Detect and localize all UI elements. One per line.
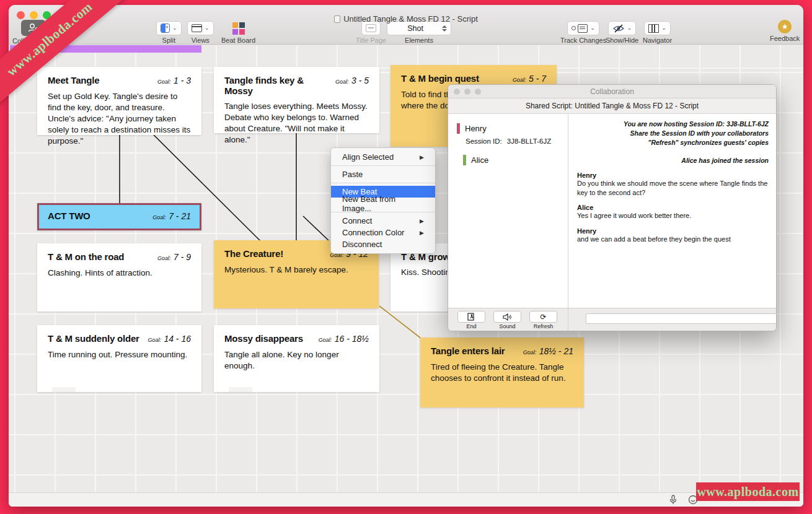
beat-board-label: Beat Board <box>221 37 255 44</box>
window-controls-inactive <box>454 89 481 95</box>
track-changes-label: Track Changes <box>560 37 606 44</box>
participant-henry: Henry <box>457 123 568 134</box>
beat-title: Tangle finds key & Mossy <box>224 75 330 96</box>
context-menu: Align Selected▶ Paste New Beat New Beat … <box>330 147 436 254</box>
submenu-arrow-icon: ▶ <box>420 154 424 160</box>
beat-title: T & M suddenly older <box>48 333 139 344</box>
beat-body: Set up Gold Key. Tangle's desire to find… <box>48 91 191 147</box>
app-window: Collab ⌄ Split ⌄ Views Beat Board Untitl… <box>9 5 803 507</box>
navigator-icon <box>648 24 659 33</box>
beat-body: Mysterious. T & M barely escape. <box>224 264 368 276</box>
menu-item-connect[interactable]: Connect▶ <box>331 215 435 227</box>
menu-item-align-selected[interactable]: Align Selected▶ <box>331 151 435 163</box>
participant-color-bar <box>463 155 466 165</box>
chat-message: Henry and we can add a beat before they … <box>577 227 769 244</box>
chevron-down-icon: ⌄ <box>627 25 632 31</box>
beat-card-suddenly-older[interactable]: T & M suddenly older Goal: 14 - 16 Time … <box>37 325 201 392</box>
track-changes-dot-icon <box>571 26 576 30</box>
menu-item-disconnect[interactable]: Disconnect <box>331 238 435 250</box>
menu-item-connection-color[interactable]: Connection Color▶ <box>331 227 435 238</box>
chat-log: Henry Do you think we should move the sc… <box>577 172 769 244</box>
session-id-value: 3J8-BLLT-6JZ <box>507 137 551 145</box>
chat-pane[interactable]: You are now hosting Session ID: 3J8-BLLT… <box>568 115 776 308</box>
beat-goal: Goal: 18½ - 21 <box>523 346 573 357</box>
title-page-label: Title Page <box>356 37 386 44</box>
beat-goal: Goal: 7 - 9 <box>157 251 191 263</box>
track-changes-icon <box>578 24 588 33</box>
beat-goal: Goal: 3 - 5 <box>335 75 369 86</box>
speaker-icon <box>503 313 512 321</box>
beat-body: Tangle all alone. Key no longer enough. <box>224 349 369 372</box>
elements-value: Shot <box>391 24 439 33</box>
feedback-label: Feedback <box>770 35 800 42</box>
beat-card-act-two[interactable]: ACT TWO Goal: 7 - 21 <box>37 203 201 230</box>
navigator-label: Navigator <box>643 37 672 44</box>
chat-input[interactable] <box>586 313 777 324</box>
menu-item-new-beat-from-image[interactable]: New Beat from Image... <box>331 198 435 209</box>
collaboration-footer: End Sound ⟳ Refresh <box>448 308 776 331</box>
beat-card-enters-lair[interactable]: Tangle enters lair Goal: 18½ - 21 Tired … <box>420 338 584 407</box>
updown-arrows-icon <box>442 25 447 32</box>
beat-goal: Goal: 5 - 7 <box>513 73 546 84</box>
beat-goal: Goal: 16 - 18½ <box>319 333 369 344</box>
show-hide-label: Show/Hide <box>606 37 638 44</box>
host-notice: You are now hosting Session ID: 3J8-BLLT… <box>577 120 769 148</box>
participant-alice: Alice <box>463 155 568 165</box>
chat-message: Henry Do you think we should move the sc… <box>577 172 769 198</box>
beat-card-on-the-road[interactable]: T & M on the road Goal: 7 - 9 Clashing. … <box>37 243 201 311</box>
beat-goal: Goal: 1 - 3 <box>157 75 191 86</box>
collaboration-titlebar[interactable]: Collaboration <box>448 85 776 98</box>
title-page-icon <box>366 24 376 32</box>
refresh-icon: ⟳ <box>529 311 557 323</box>
participants-pane: Henry Session ID:3J8-BLLT-6JZ Alice <box>448 115 568 308</box>
views-label: Views <box>192 37 210 44</box>
beat-card-mossy-disappears[interactable]: Mossy disappears Goal: 16 - 18½ Tangle a… <box>214 325 379 392</box>
shared-script-bar: Shared Script: Untitled Tangle & Moss FD… <box>448 98 776 114</box>
beat-card-meet-tangle[interactable]: Meet Tangle Goal: 1 - 3 Set up Gold Key.… <box>37 67 201 135</box>
menu-separator <box>331 165 435 166</box>
status-bar <box>9 492 803 507</box>
end-session-button[interactable]: End <box>457 311 485 331</box>
microphone-icon[interactable] <box>669 495 677 505</box>
submenu-arrow-icon: ▶ <box>420 230 424 236</box>
document-icon <box>334 15 340 23</box>
collaboration-title: Collaboration <box>590 87 634 96</box>
beat-body: Tangle loses everything. Meets Mossy. De… <box>224 101 369 146</box>
submenu-arrow-icon: ▶ <box>420 218 424 224</box>
beat-title: Mossy disappears <box>224 333 303 344</box>
beat-goal: Goal: 7 - 21 <box>152 211 191 222</box>
menu-item-paste[interactable]: Paste <box>331 168 435 180</box>
card-tab <box>52 387 76 392</box>
end-session-icon <box>467 313 475 321</box>
participant-color-bar <box>457 123 460 134</box>
joined-notice: Alice has joined the session <box>577 157 769 164</box>
refresh-button[interactable]: ⟳ Refresh <box>529 311 557 331</box>
elements-label: Elements <box>405 37 433 44</box>
collaboration-window: Collaboration Shared Script: Untitled Ta… <box>448 84 777 331</box>
beat-body: Clashing. Hints of attraction. <box>48 268 191 279</box>
chat-message: Alice Yes I agree it would work better t… <box>577 204 769 220</box>
beat-title: T & M begin quest <box>401 73 479 84</box>
beat-title: Meet Tangle <box>48 75 99 85</box>
beat-title: Tangle enters lair <box>431 346 505 356</box>
sound-button[interactable]: Sound <box>493 311 521 331</box>
window-title: Untitled Tangle & Moss FD 12 - Script <box>9 14 803 24</box>
beat-board-icon <box>232 22 245 35</box>
beat-goal: Goal: 14 - 16 <box>148 333 191 344</box>
chevron-down-icon: ⌄ <box>172 25 177 31</box>
beat-card-tangle-finds-key[interactable]: Tangle finds key & Mossy Goal: 3 - 5 Tan… <box>214 67 379 133</box>
split-label: Split <box>162 37 175 44</box>
beat-body: Time running out. Pressure mounting. <box>48 349 191 360</box>
chevron-down-icon: ⌄ <box>661 25 666 31</box>
beat-title: ACT TWO <box>48 211 90 221</box>
toolbar: Collab ⌄ Split ⌄ Views Beat Board Untitl… <box>9 5 803 45</box>
session-id-row: Session ID:3J8-BLLT-6JZ <box>466 137 568 145</box>
watermark-box: www.aplboda.com <box>696 482 800 501</box>
split-icon <box>161 24 170 33</box>
eye-slash-icon <box>612 24 625 33</box>
beat-title: T & M on the road <box>48 251 124 262</box>
chevron-down-icon: ⌄ <box>205 25 210 31</box>
beat-body: Tired of fleeing the Creature. Tangle ch… <box>431 362 573 384</box>
chevron-down-icon: ⌄ <box>590 25 595 31</box>
beat-title: The Creature! <box>224 248 283 259</box>
